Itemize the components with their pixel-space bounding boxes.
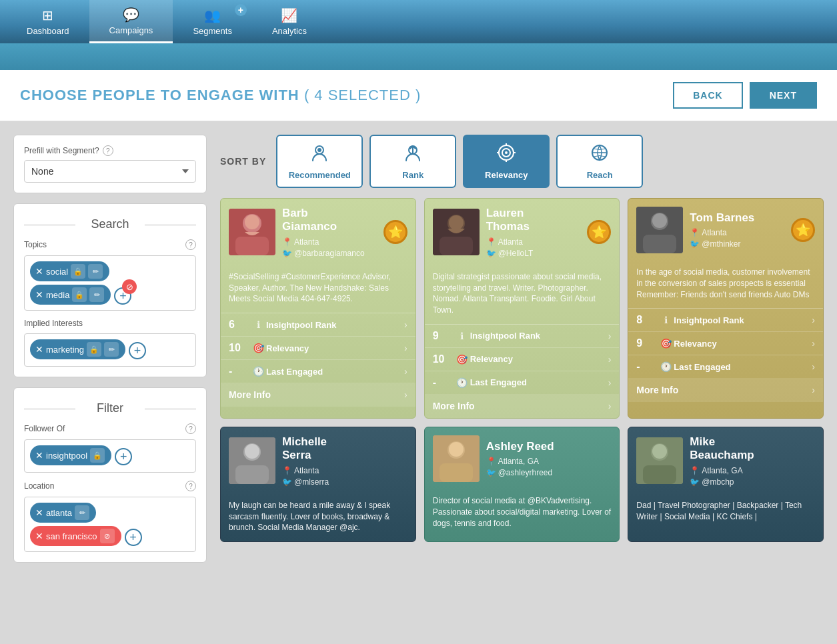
banner [0, 43, 837, 70]
sort-recommended[interactable]: Recommended [276, 135, 363, 188]
stat-lastengaged-lauren[interactable]: - 🕐 Last Engaged › [425, 371, 620, 394]
implied-add-button[interactable]: + [129, 342, 146, 359]
segments-icon: 👥 [204, 7, 221, 23]
tag-atlanta-remove[interactable]: ✕ [35, 507, 43, 518]
location-label-row: Location ? [24, 481, 196, 491]
prefill-section: Prefill with Segment? ? None [13, 135, 207, 193]
more-info-lauren[interactable]: More Info › [425, 394, 620, 418]
tag-social-edit[interactable]: ✏ [88, 264, 103, 279]
tag-media[interactable]: ✕ media 🔒 ✏ [30, 285, 111, 305]
person-card-lauren: LaurenThomas 📍 Atlanta 🐦 @HelloLT ⭐ Digi… [424, 198, 620, 419]
topics-label-row: Topics ? [24, 239, 196, 250]
svg-rect-22 [643, 235, 676, 253]
tag-atlanta-edit[interactable]: ✏ [75, 505, 89, 520]
more-info-tom[interactable]: More Info › [628, 378, 823, 402]
prefill-help-icon[interactable]: ? [103, 145, 113, 156]
implied-input[interactable]: ✕ marketing 🔒 ✏ + [24, 333, 196, 367]
nav-segments[interactable]: + 👥 Segments [173, 0, 252, 43]
tag-marketing-remove[interactable]: ✕ [35, 344, 43, 355]
person-location-lauren: 📍 Atlanta [486, 237, 581, 247]
card-stats-lauren: 9 ℹ Insightpool Rank › 10 🎯 Relevancy › … [425, 324, 620, 394]
follower-input[interactable]: ✕ insightpool 🔒 + [24, 439, 196, 473]
stat-lastengaged-tom[interactable]: - 🕐 Last Engaged › [628, 355, 823, 378]
card-header-lauren: LaurenThomas 📍 Atlanta 🐦 @HelloLT ⭐ [425, 199, 620, 266]
nav-dashboard[interactable]: ⊞ Dashboard [7, 0, 89, 43]
sort-rank-label: Rank [402, 170, 424, 180]
tag-media-remove[interactable]: ✕ [35, 289, 43, 300]
card-bio-ashley: Director of social media at @BKVadvertis… [425, 490, 620, 537]
svg-rect-26 [235, 465, 269, 484]
sort-recommended-label: Recommended [289, 170, 351, 180]
tag-insightpool[interactable]: ✕ insightpool 🔒 [30, 445, 111, 465]
location-help-icon[interactable]: ? [185, 481, 196, 491]
svg-point-23 [652, 213, 667, 228]
tag-insightpool-lock[interactable]: 🔒 [90, 448, 105, 463]
card-stats-barb: 6 ℹ Insightpool Rank › 10 🎯 Relevancy › … [221, 313, 415, 383]
tag-social[interactable]: ✕ social 🔒 ✏ [30, 261, 109, 281]
tag-marketing[interactable]: ✕ marketing 🔒 ✏ [30, 339, 125, 359]
tag-media-lock[interactable]: 🔒 [72, 287, 87, 302]
nav-campaigns-label: Campaigns [109, 25, 153, 35]
avatar-ashley [433, 435, 480, 482]
tag-atlanta-label: atlanta [46, 508, 72, 518]
header-buttons: BACK NEXT [673, 82, 817, 109]
stat-rank-lauren[interactable]: 9 ℹ Insightpool Rank › [425, 325, 620, 348]
location-add-button[interactable]: + [125, 529, 142, 546]
tag-marketing-lock[interactable]: 🔒 [87, 342, 101, 357]
sort-label: SORT BY [220, 156, 266, 167]
svg-point-5 [505, 151, 508, 154]
tag-atlanta[interactable]: ✕ atlanta ✏ [30, 503, 96, 523]
location-input[interactable]: ✕ atlanta ✏ ✕ san francisco ⊘ + [24, 497, 196, 552]
nav-campaigns[interactable]: 💬 Campaigns [89, 0, 173, 43]
topics-help-icon[interactable]: ? [185, 239, 196, 250]
svg-point-1 [317, 148, 321, 152]
relevancy-stat-icon-tom: 🎯 [658, 338, 674, 349]
tag-social-remove[interactable]: ✕ [35, 266, 43, 277]
sort-relevancy[interactable]: Relevancy [463, 135, 550, 188]
tag-insightpool-remove[interactable]: ✕ [35, 450, 43, 461]
topics-add-wrapper: + ⊘ [114, 285, 131, 305]
person-name-mike: MikeBeauchamp [690, 435, 815, 463]
sort-rank[interactable]: Rank [369, 135, 456, 188]
avatar-michelle [229, 437, 275, 484]
person-card-barb: BarbGiamanco 📍 Atlanta 🐦 @barbaragiamanc… [220, 198, 416, 419]
svg-point-35 [652, 444, 667, 459]
more-info-barb[interactable]: More Info › [221, 383, 415, 407]
page-title: CHOOSE PEOPLE TO ENGAGE WITH ( 4 SELECTE… [20, 87, 421, 104]
content-area: Prefill with Segment? ? None Search Topi… [0, 121, 837, 644]
nav-analytics[interactable]: 📈 Analytics [252, 0, 327, 43]
topics-deny-icon[interactable]: ⊘ [122, 279, 137, 294]
topics-input[interactable]: ✕ social 🔒 ✏ ✕ media 🔒 ✏ + ⊘ [24, 255, 196, 311]
stat-rank-barb[interactable]: 6 ℹ Insightpool Rank › [221, 313, 415, 337]
stat-rank-tom[interactable]: 8 ℹ Insightpool Rank › [628, 309, 823, 332]
next-button[interactable]: NEXT [750, 82, 817, 109]
sort-bar: SORT BY Recommended [220, 135, 824, 188]
tag-sf-deny[interactable]: ⊘ [100, 529, 115, 543]
tag-social-label: social [46, 267, 68, 277]
stat-lastengaged-barb[interactable]: - 🕐 Last Engaged › [221, 360, 415, 383]
stat-relevancy-lauren[interactable]: 10 🎯 Relevancy › [425, 348, 620, 371]
filter-section: Filter Follower Of ? ✕ insightpool 🔒 + L… [13, 387, 207, 563]
stat-relevancy-barb[interactable]: 10 🎯 Relevancy › [221, 337, 415, 360]
person-twitter-tom: 🐦 @mthinker [690, 239, 784, 249]
person-name-barb: BarbGiamanco [282, 207, 377, 234]
main-header: CHOOSE PEOPLE TO ENGAGE WITH ( 4 SELECTE… [0, 70, 837, 121]
tag-social-lock[interactable]: 🔒 [71, 264, 85, 279]
tag-media-edit[interactable]: ✏ [89, 287, 104, 302]
back-button[interactable]: BACK [673, 82, 742, 109]
follower-help-icon[interactable]: ? [185, 423, 196, 434]
card-header-mike: MikeBeauchamp 📍 Atlanta, GA 🐦 @mbchp [628, 427, 823, 495]
main-content: SORT BY Recommended [220, 135, 824, 644]
tag-san-francisco[interactable]: ✕ san francisco ⊘ [30, 526, 121, 546]
topics-label: Topics [24, 240, 47, 249]
person-location-tom: 📍 Atlanta [690, 228, 784, 237]
card-bio-lauren: Digital strategist passionate about soci… [425, 266, 620, 324]
tag-sf-remove[interactable]: ✕ [35, 531, 43, 541]
tag-marketing-edit[interactable]: ✏ [104, 342, 119, 357]
person-twitter-lauren: 🐦 @HelloLT [486, 249, 581, 258]
sort-reach[interactable]: Reach [556, 135, 643, 188]
stat-relevancy-tom[interactable]: 9 🎯 Relevancy › [628, 332, 823, 355]
person-name-michelle: MichelleSerra [282, 435, 407, 463]
prefill-dropdown[interactable]: None [24, 160, 196, 183]
follower-add-button[interactable]: + [115, 448, 132, 465]
